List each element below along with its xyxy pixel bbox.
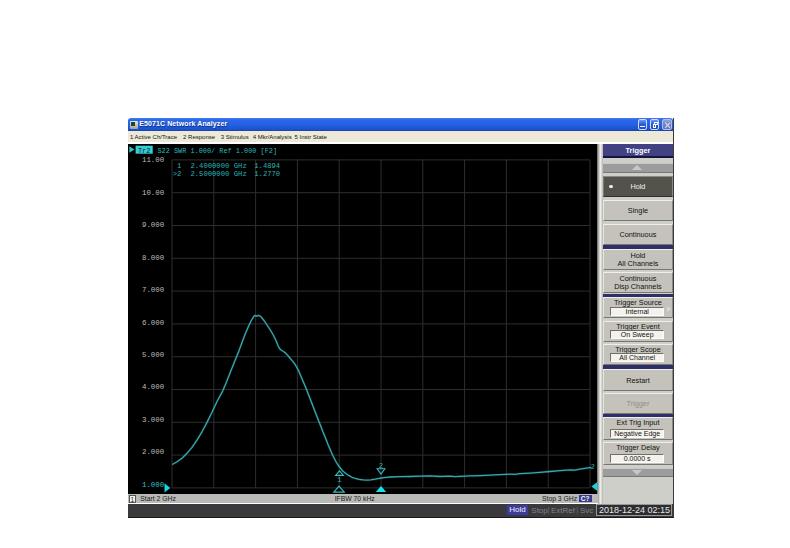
svg-text:7.000: 7.000 — [142, 286, 164, 294]
svg-text:9.000: 9.000 — [142, 221, 164, 229]
svg-text:1: 1 — [337, 476, 341, 484]
svg-text:1.000: 1.000 — [142, 480, 164, 488]
svg-text:6.000: 6.000 — [142, 318, 164, 326]
svg-text:1.2770: 1.2770 — [254, 169, 280, 177]
svg-text:Tr2: Tr2 — [138, 146, 150, 154]
svg-text:2.5000000: 2.5000000 — [191, 169, 230, 177]
svg-text:S22 SWR 1.000/ Ref 1.000 [F2]: S22 SWR 1.000/ Ref 1.000 [F2] — [157, 146, 277, 154]
svg-text:2.000: 2.000 — [142, 448, 164, 456]
svg-text:3.000: 3.000 — [142, 415, 164, 423]
svg-text:GHz: GHz — [234, 169, 247, 177]
svg-text:>2: >2 — [173, 169, 182, 177]
svg-text:5.000: 5.000 — [142, 351, 164, 359]
svg-text:11.00: 11.00 — [142, 156, 164, 164]
svg-text:10.00: 10.00 — [142, 188, 164, 196]
svg-text:4.000: 4.000 — [142, 383, 164, 391]
svg-text:2: 2 — [590, 462, 594, 470]
svg-text:8.000: 8.000 — [142, 253, 164, 261]
